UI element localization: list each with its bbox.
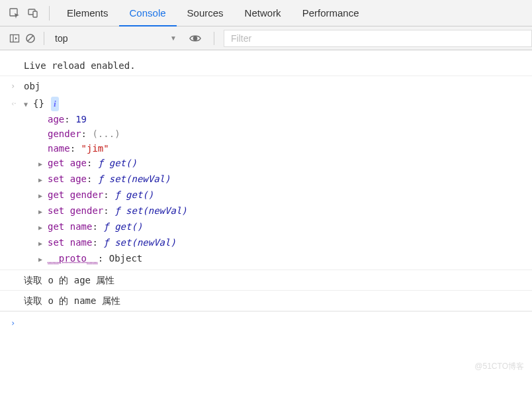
- expand-arrow-icon[interactable]: [24, 97, 30, 112]
- object-property[interactable]: gender: (...): [24, 126, 532, 141]
- inspect-icon[interactable]: [5, 4, 24, 23]
- expand-arrow-icon[interactable]: [38, 252, 45, 267]
- object-accessor[interactable]: set age: ƒ set(newVal): [24, 172, 532, 187]
- toggle-sidebar-icon[interactable]: [7, 29, 22, 48]
- svg-rect-2: [33, 11, 37, 17]
- expand-arrow-icon[interactable]: [38, 205, 45, 219]
- console-result: {} i age: 19 gender: (...) name: "jim" g…: [0, 96, 532, 270]
- separator: [214, 32, 214, 45]
- separator: [49, 6, 50, 21]
- filter-input[interactable]: [224, 30, 532, 47]
- console-output: Live reload enabled. obj {} i age: 19 ge…: [0, 50, 532, 334]
- separator: [44, 32, 44, 45]
- context-selector[interactable]: top ▼: [50, 30, 182, 46]
- chevron-down-icon: ▼: [170, 34, 177, 42]
- log-message: 读取 o 的 name 属性: [0, 291, 532, 311]
- expand-arrow-icon[interactable]: [38, 221, 45, 235]
- input-text: obj: [24, 79, 532, 93]
- prompt-chevron-icon: [11, 316, 24, 330]
- devtools-tab-strip: Elements Console Sources Network Perform…: [0, 0, 532, 26]
- expand-arrow-icon[interactable]: [38, 173, 45, 187]
- watermark: @51CTO博客: [474, 361, 524, 372]
- expand-arrow-icon[interactable]: [38, 189, 45, 203]
- tab-console[interactable]: Console: [119, 0, 177, 26]
- info-badge-icon[interactable]: i: [51, 97, 58, 111]
- output-chevron-icon: [11, 96, 24, 267]
- object-property[interactable]: age: 19: [24, 112, 532, 126]
- device-toggle-icon[interactable]: [24, 4, 42, 23]
- object-accessor[interactable]: get age: ƒ get(): [24, 156, 532, 172]
- object-accessor[interactable]: set name: ƒ set(newVal): [24, 235, 532, 251]
- object-proto[interactable]: __proto__: Object: [24, 251, 532, 267]
- log-message: 读取 o 的 age 属性: [0, 270, 532, 291]
- object-accessor[interactable]: get gender: ƒ get(): [24, 187, 532, 203]
- object-accessor[interactable]: set gender: ƒ set(newVal): [24, 203, 532, 219]
- log-text: Live reload enabled.: [24, 58, 532, 73]
- log-message: Live reload enabled.: [0, 56, 532, 76]
- object-header[interactable]: {} i: [24, 96, 532, 112]
- console-prompt[interactable]: [0, 311, 532, 334]
- log-text: 读取 o 的 age 属性: [24, 273, 532, 287]
- tab-performance[interactable]: Performance: [292, 0, 370, 26]
- live-expression-icon[interactable]: [187, 29, 203, 48]
- context-label: top: [55, 33, 170, 44]
- console-toolbar: top ▼: [0, 26, 532, 50]
- log-text: 读取 o 的 name 属性: [24, 293, 532, 308]
- svg-point-7: [194, 36, 197, 40]
- input-chevron-icon: [11, 79, 24, 93]
- tab-network[interactable]: Network: [234, 0, 292, 26]
- object-property[interactable]: name: "jim": [24, 141, 532, 156]
- svg-line-6: [28, 36, 33, 41]
- svg-rect-3: [11, 34, 19, 42]
- expand-arrow-icon[interactable]: [38, 157, 45, 172]
- console-input-echo: obj: [0, 76, 532, 96]
- expand-arrow-icon[interactable]: [38, 236, 45, 251]
- object-accessor[interactable]: get name: ƒ get(): [24, 219, 532, 235]
- clear-console-icon[interactable]: [22, 29, 38, 48]
- tab-sources[interactable]: Sources: [177, 0, 234, 26]
- tab-elements[interactable]: Elements: [56, 0, 119, 26]
